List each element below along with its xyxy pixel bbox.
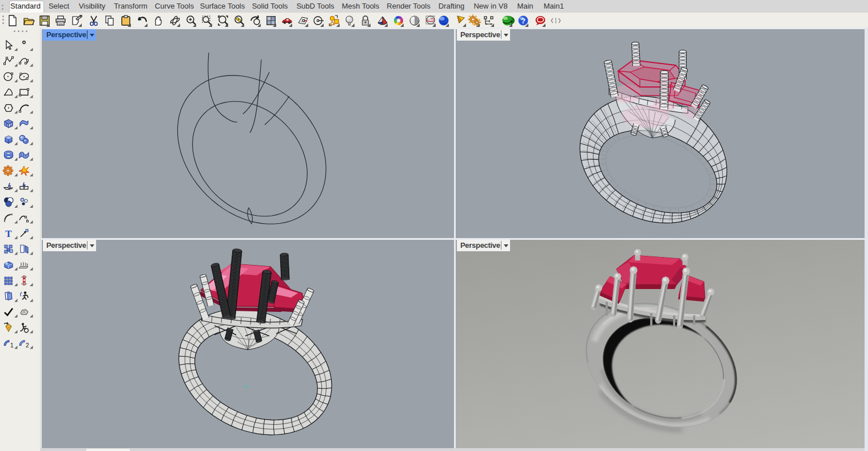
svg-text:2: 2 xyxy=(26,342,29,349)
svg-text:1: 1 xyxy=(10,342,14,349)
svg-text:?: ? xyxy=(521,17,525,25)
svg-text:T: T xyxy=(5,228,12,239)
